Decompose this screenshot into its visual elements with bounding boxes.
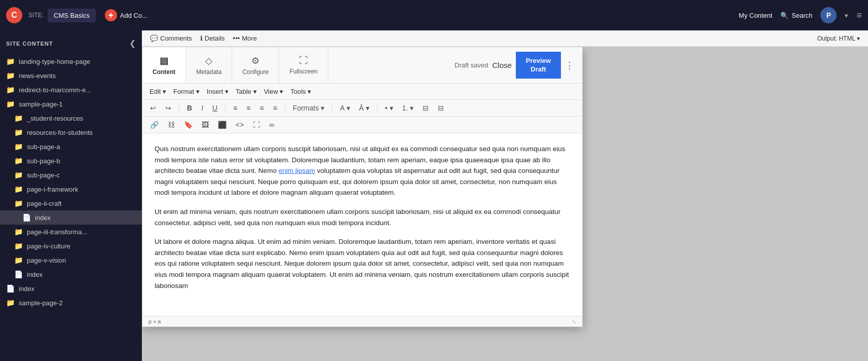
sidebar-item-index-3[interactable]: 📄 index [0, 281, 142, 296]
editor-toolbar-row1: ↩ ↪ B I U ≡ ≡ ≡ ≡ Formats ▾ A ▾ Ā ▾ [142, 100, 582, 117]
close-button[interactable]: Close [492, 61, 511, 69]
sidebar-item-page-iii-transforma[interactable]: 📁 page-iii-transforma... [0, 225, 142, 239]
highlight-button[interactable]: Ā ▾ [356, 102, 373, 114]
code-button[interactable]: <> [232, 119, 247, 131]
insert-menu[interactable]: Insert ▾ [204, 86, 232, 97]
top-nav: C SITE: CMS Basics + Add Co... My Conten… [0, 0, 868, 30]
link-button[interactable]: 🔗 [146, 119, 162, 131]
sidebar-item-page-v-vision[interactable]: 📁 page-v-vision [0, 253, 142, 267]
avatar[interactable]: P [820, 7, 837, 23]
sidebar-item-news-events[interactable]: 📁 news-events [0, 68, 142, 83]
sidebar-item-label: page-v-vision [27, 257, 66, 264]
sidebar-item-index-2[interactable]: 📄 index [0, 267, 142, 281]
sidebar-item-student-resources[interactable]: 📁 _student-resources [0, 111, 142, 125]
sidebar-item-label: sub-page-c [27, 171, 60, 179]
enim-lipsam-link[interactable]: enim lipsam [279, 167, 315, 174]
site-name[interactable]: CMS Basics [48, 9, 96, 22]
indent-button[interactable]: ⊟ [434, 102, 447, 114]
sidebar-item-page-i-framework[interactable]: 📁 page-i-framework [0, 182, 142, 196]
table-menu[interactable]: Table ▾ [233, 86, 260, 97]
three-dots-menu-button[interactable]: ⋮ [565, 60, 574, 71]
metadata-tab-icon: ◇ [205, 55, 212, 66]
hamburger-menu-icon[interactable]: ≡ [856, 10, 862, 21]
main-layout: SITE CONTENT ❮ 📁 landing-type-home-page … [0, 30, 868, 361]
tab-fullscreen[interactable]: ⛶ Fullscreen [279, 47, 328, 83]
output-chevron-icon: ▾ [857, 35, 860, 42]
my-content-button[interactable]: My Content [739, 12, 772, 19]
view-menu[interactable]: View ▾ [261, 86, 287, 97]
undo-button[interactable]: ↩ [146, 102, 160, 114]
resize-handle-icon[interactable]: ⤡ [572, 319, 576, 324]
edit-menu[interactable]: Edit ▾ [146, 86, 169, 97]
sidebar-item-label: page-ii-craft [27, 200, 62, 207]
expand-button[interactable]: ⛶ [249, 119, 263, 131]
bold-button[interactable]: B [183, 102, 196, 114]
sidebar-item-page-ii-craft[interactable]: 📁 page-ii-craft [0, 196, 142, 210]
search-icon: 🔍 [780, 12, 788, 19]
add-content-button[interactable]: + Add Co... [100, 6, 153, 24]
align-center-button[interactable]: ≡ [243, 102, 254, 114]
tab-metadata[interactable]: ◇ Metadata [186, 47, 232, 83]
folder-icon: 📁 [6, 71, 15, 80]
search-button[interactable]: 🔍 Search [780, 12, 812, 19]
sidebar-item-sub-page-c[interactable]: 📁 sub-page-c [0, 168, 142, 182]
align-right-button[interactable]: ≡ [256, 102, 267, 114]
align-justify-button[interactable]: ≡ [270, 102, 281, 114]
sidebar-item-sub-page-a[interactable]: 📁 sub-page-a [0, 139, 142, 154]
sidebar-item-index-active[interactable]: 📄 index [0, 210, 142, 225]
unordered-list-button[interactable]: • ▾ [382, 102, 397, 114]
media-button[interactable]: ⬛ [214, 119, 230, 131]
format-menu-bar: Edit ▾ Format ▾ Insert ▾ Table ▾ View ▾ … [142, 84, 582, 100]
details-button[interactable]: ℹ Details [200, 34, 225, 42]
paragraph-2: Ut enim ad minima veniam, quis nostrum e… [155, 206, 570, 228]
output-label: Output: HTML [817, 35, 855, 42]
sidebar-collapse-button[interactable]: ❮ [129, 39, 136, 48]
italic-button[interactable]: I [198, 102, 207, 114]
align-left-button[interactable]: ≡ [230, 102, 241, 114]
editor-content-area[interactable]: Quis nostrum exercitationem ullam corpor… [142, 133, 582, 316]
panel-header: 💬 Comments ℹ Details ••• More Output: HT… [142, 30, 868, 47]
tab-content[interactable]: ▤ Content [142, 47, 186, 83]
editor-status-bar: p » a ⤡ [142, 316, 582, 327]
details-label: Details [205, 34, 225, 42]
sidebar-item-sample-page-1[interactable]: 📁 sample-page-1 [0, 97, 142, 111]
toolbar-separator [179, 103, 179, 113]
configure-tab-icon: ⚙ [251, 55, 259, 66]
infinity-button[interactable]: ∞ [266, 119, 278, 131]
logo-icon[interactable]: C [6, 7, 22, 23]
more-button[interactable]: ••• More [233, 34, 257, 42]
folder-icon: 📁 [6, 100, 15, 108]
format-menu[interactable]: Format ▾ [170, 86, 203, 97]
preview-draft-button[interactable]: PreviewDraft [516, 52, 561, 79]
output-select[interactable]: Output: HTML ▾ [817, 35, 860, 42]
tab-configure[interactable]: ⚙ Configure [232, 47, 279, 83]
status-path: p » a [148, 318, 161, 324]
toolbar-separator [332, 103, 332, 113]
outdent-button[interactable]: ⊟ [419, 102, 432, 114]
image-button[interactable]: 🖼 [198, 119, 212, 131]
sidebar-item-page-iv-culture[interactable]: 📁 page-iv-culture [0, 239, 142, 253]
folder-icon: 📁 [14, 199, 23, 207]
editor-top-bar: ▤ Content ◇ Metadata ⚙ Configure ⛶ Fulls… [142, 47, 582, 84]
unlink-button[interactable]: ⛓ [164, 119, 178, 131]
avatar-chevron-icon[interactable]: ▾ [845, 12, 848, 19]
underline-button[interactable]: U [209, 102, 221, 114]
sidebar-item-resources-for-students[interactable]: 📁 resources-for-students [0, 125, 142, 139]
ordered-list-button[interactable]: 1. ▾ [399, 102, 418, 114]
bookmark-button[interactable]: 🔖 [180, 119, 196, 131]
sidebar-item-sub-page-b[interactable]: 📁 sub-page-b [0, 154, 142, 168]
redo-button[interactable]: ↪ [162, 102, 175, 114]
sidebar-item-redirect-to-marcomm[interactable]: 📁 redirect-to-marcomm-e... [0, 83, 142, 97]
add-content-label: Add Co... [120, 12, 147, 19]
font-color-button[interactable]: A ▾ [336, 102, 353, 114]
sidebar-item-label: sample-page-1 [19, 100, 63, 108]
editor-modal: ▤ Content ◇ Metadata ⚙ Configure ⛶ Fulls… [142, 47, 583, 327]
comments-label: Comments [160, 34, 192, 42]
folder-icon: 📁 [14, 242, 23, 250]
sidebar-item-sample-page-2[interactable]: 📁 sample-page-2 [0, 296, 142, 310]
tools-menu[interactable]: Tools ▾ [287, 86, 314, 97]
folder-icon: 📁 [6, 86, 15, 94]
comments-button[interactable]: 💬 Comments [150, 34, 192, 42]
formats-dropdown[interactable]: Formats ▾ [289, 102, 328, 114]
sidebar-item-landing-type-home-page[interactable]: 📁 landing-type-home-page [0, 54, 142, 68]
